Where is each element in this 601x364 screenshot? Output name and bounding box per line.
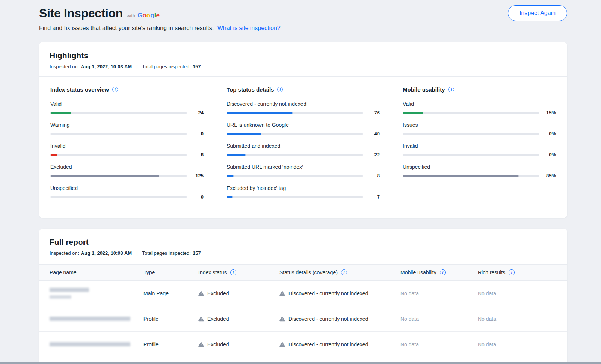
progress-bar	[227, 112, 363, 114]
what-is-site-inspection-link[interactable]: What is site inspection?	[217, 25, 281, 31]
info-icon[interactable]: i	[341, 269, 347, 275]
cell-rich-results: No data	[478, 316, 557, 322]
warning-icon	[198, 342, 204, 347]
progress-bar	[50, 175, 187, 177]
info-icon[interactable]: i	[509, 269, 515, 275]
cell-status-details: Discovered - currently not indexed	[279, 290, 400, 296]
info-icon[interactable]: i	[112, 87, 118, 92]
column-header-page-name: Page name	[50, 269, 143, 275]
table-row: Profile Excluded Discovered - currently …	[39, 332, 567, 357]
page-header: Site Inspection with Google Inspect Agai…	[39, 5, 567, 21]
metric-value: 76	[363, 110, 380, 116]
cell-mobile-usability: No data	[400, 316, 478, 322]
metric-unspecified: Unspecified 0	[50, 185, 204, 200]
highlights-card-header: Highlights Inspected on: Aug 1, 2022, 10…	[39, 42, 567, 77]
full-report-meta: Inspected on: Aug 1, 2022, 10:03 AM | To…	[50, 250, 557, 256]
metric-value: 8	[187, 152, 204, 158]
column-header-type: Type	[143, 269, 198, 275]
progress-bar	[403, 133, 539, 135]
metric-label: Unspecified	[403, 164, 556, 170]
page-name-blurred	[50, 342, 143, 346]
progress-bar	[50, 196, 187, 198]
inspect-again-button[interactable]: Inspect Again	[508, 5, 567, 21]
info-icon[interactable]: i	[440, 269, 446, 275]
progress-bar	[403, 112, 539, 114]
column-header-mobile-usability: Mobile usabilityi	[400, 269, 478, 275]
cell-type: Profile	[143, 341, 198, 347]
metric-value: 0%	[539, 131, 556, 137]
cell-type: Main Page	[143, 290, 198, 296]
metric-label: Warning	[50, 122, 204, 128]
highlights-title: Highlights	[50, 51, 557, 60]
metric-submitted-noindex: Submitted URL marked ‘noindex’ 8	[227, 164, 380, 179]
metric-value: 40	[363, 131, 380, 137]
metric-discovered-not-indexed: Discovered - currently not indexed 76	[227, 101, 380, 116]
metric-warning: Warning 0	[50, 122, 204, 137]
google-letter: g	[150, 12, 154, 19]
cell-index-status: Excluded	[198, 290, 279, 296]
metric-mobile-invalid: Invalid 0%	[403, 143, 556, 158]
section-top-status-details: Top status details i Discovered - curren…	[215, 86, 391, 206]
metric-value: 125	[187, 173, 204, 179]
cell-rich-results: No data	[478, 290, 557, 296]
metric-label: Valid	[50, 101, 204, 107]
with-label: with	[127, 13, 135, 18]
cell-mobile-usability: No data	[400, 341, 478, 347]
metric-value: 24	[187, 110, 204, 116]
metric-value: 0	[187, 194, 204, 200]
cell-index-status: Excluded	[198, 316, 279, 322]
table-row: Profile Excluded Discovered - currently …	[39, 306, 567, 332]
google-letter: G	[137, 12, 142, 19]
inspected-on-label: Inspected on:	[50, 250, 79, 256]
column-header-index-status: Index statusi	[198, 269, 279, 275]
progress-bar	[227, 196, 363, 198]
progress-bar	[50, 133, 187, 135]
progress-bar	[403, 175, 539, 177]
total-pages-value: 157	[193, 64, 201, 69]
metric-label: Issues	[403, 122, 556, 128]
metric-label: Excluded by ‘noindex’ tag	[227, 185, 380, 191]
cell-mobile-usability: No data	[400, 290, 478, 296]
warning-icon	[198, 291, 204, 296]
metric-value: 7	[363, 194, 380, 200]
metric-value: 85%	[539, 173, 556, 179]
column-header-rich-results: Rich resultsi	[478, 269, 557, 275]
metric-excluded: Excluded 125	[50, 164, 204, 179]
full-report-title: Full report	[50, 238, 557, 247]
metric-excluded-noindex-tag: Excluded by ‘noindex’ tag 7	[227, 185, 380, 200]
column-header-status-details: Status details (coverage)i	[279, 269, 400, 275]
warning-icon	[279, 342, 285, 347]
google-letter: o	[146, 12, 150, 19]
metric-label: Valid	[403, 101, 556, 107]
inspected-on-label: Inspected on:	[50, 64, 79, 69]
page: Site Inspection with Google Inspect Agai…	[39, 0, 567, 364]
metric-submitted-indexed: Submitted and indexed 22	[227, 143, 380, 158]
metric-label: Invalid	[403, 143, 556, 149]
inspected-on-value: Aug 1, 2022, 10:03 AM	[81, 250, 132, 256]
highlights-columns: Index status overview i Valid 24 Warning…	[39, 77, 567, 218]
warning-icon	[279, 291, 285, 296]
page-name-blurred	[50, 317, 143, 321]
metric-label: Invalid	[50, 143, 204, 149]
total-pages-value: 157	[193, 250, 201, 256]
section-title: Mobile usability	[403, 86, 445, 93]
section-title: Top status details	[227, 86, 274, 93]
metric-label: Submitted and indexed	[227, 143, 380, 149]
metric-label: Submitted URL marked ‘noindex’	[227, 164, 380, 170]
info-icon[interactable]: i	[230, 269, 236, 275]
metric-mobile-unspecified: Unspecified 85%	[403, 164, 556, 179]
metric-value: 8	[363, 173, 380, 179]
warning-icon	[279, 316, 285, 322]
page-name-blurred	[50, 288, 143, 299]
section-title: Index status overview	[50, 86, 109, 93]
info-icon[interactable]: i	[448, 87, 454, 92]
full-report-card: Full report Inspected on: Aug 1, 2022, 1…	[39, 229, 567, 364]
google-letter: o	[142, 12, 146, 19]
metric-value: 0	[187, 131, 204, 137]
progress-bar	[227, 154, 363, 156]
progress-bar	[227, 175, 363, 177]
meta-separator: |	[136, 250, 137, 256]
info-icon[interactable]: i	[277, 87, 283, 92]
metric-value: 22	[363, 152, 380, 158]
warning-icon	[198, 316, 204, 322]
